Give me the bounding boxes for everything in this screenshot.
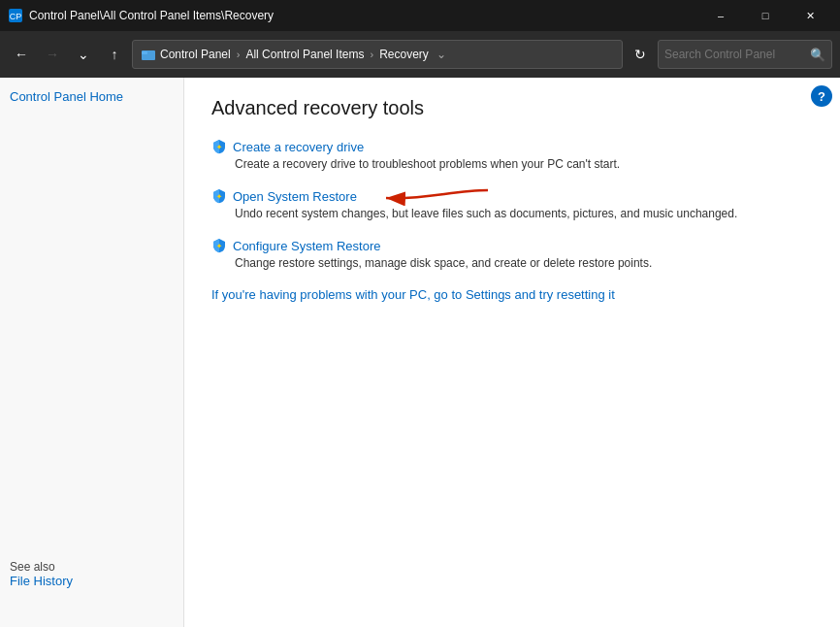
configure-system-restore-link[interactable]: ✦ Configure System Restore	[211, 238, 813, 253]
recent-locations-button[interactable]: ⌄	[70, 41, 97, 68]
create-recovery-drive-link[interactable]: ✦ Create a recovery drive	[211, 139, 813, 154]
path-dropdown-icon: ⌄	[436, 48, 446, 61]
folder-icon	[141, 47, 156, 62]
open-system-restore-link[interactable]: ✦ Open System Restore	[211, 188, 813, 204]
address-bar: ← → ⌄ ↑ Control Panel › All Control Pane…	[0, 31, 840, 78]
forward-button[interactable]: →	[39, 41, 66, 68]
reset-settings-link[interactable]: If you're having problems with your PC, …	[211, 287, 813, 302]
configure-system-restore-desc: Change restore settings, manage disk spa…	[235, 256, 813, 270]
back-button[interactable]: ←	[8, 41, 35, 68]
up-button[interactable]: ↑	[101, 41, 128, 68]
svg-text:✦: ✦	[216, 144, 222, 150]
page-title: Advanced recovery tools	[211, 97, 813, 119]
svg-text:CP: CP	[10, 12, 22, 21]
search-box[interactable]: 🔍	[658, 40, 832, 69]
svg-text:✦: ✦	[216, 193, 222, 200]
minimize-button[interactable]: –	[698, 0, 743, 31]
see-also-label: See also	[10, 552, 73, 574]
sidebar-home-link[interactable]: Control Panel Home	[10, 89, 174, 104]
shield-icon-2: ✦	[211, 188, 227, 204]
file-history-link[interactable]: File History	[10, 574, 73, 588]
path-segment-3: Recovery	[379, 48, 429, 61]
close-button[interactable]: ✕	[788, 0, 832, 31]
search-input[interactable]	[664, 48, 806, 61]
tool-item-configure-restore: ✦ Configure System Restore Change restor…	[211, 238, 813, 270]
window-controls: – □ ✕	[698, 0, 832, 31]
create-recovery-drive-label: Create a recovery drive	[233, 140, 364, 154]
main-layout: Control Panel Home See also File History…	[0, 78, 840, 627]
svg-text:✦: ✦	[216, 243, 222, 249]
app-icon: CP	[8, 8, 23, 23]
title-bar: CP Control Panel\All Control Panel Items…	[0, 0, 840, 31]
path-segment-1: Control Panel	[160, 48, 231, 61]
svg-rect-3	[142, 51, 147, 54]
address-path-bar[interactable]: Control Panel › All Control Panel Items …	[132, 40, 623, 69]
open-system-restore-desc: Undo recent system changes, but leave fi…	[235, 207, 813, 220]
shield-icon-3: ✦	[211, 238, 227, 253]
search-icon: 🔍	[810, 48, 825, 62]
tool-item-create-recovery: ✦ Create a recovery drive Create a recov…	[211, 139, 813, 171]
open-system-restore-label: Open System Restore	[233, 189, 357, 204]
content-area: ? Advanced recovery tools ✦ Create a rec…	[184, 78, 840, 627]
maximize-button[interactable]: □	[743, 0, 788, 31]
help-button[interactable]: ?	[811, 85, 832, 107]
configure-system-restore-label: Configure System Restore	[233, 239, 380, 253]
sidebar: Control Panel Home See also File History	[0, 78, 184, 627]
create-recovery-drive-desc: Create a recovery drive to troubleshoot …	[235, 157, 813, 171]
refresh-button[interactable]: ↻	[627, 41, 654, 68]
path-segment-2: All Control Panel Items	[245, 48, 364, 61]
window-title: Control Panel\All Control Panel Items\Re…	[29, 9, 698, 22]
tool-item-open-restore: ✦ Open System Restore Undo recent system…	[211, 188, 813, 220]
shield-icon-1: ✦	[211, 139, 227, 154]
